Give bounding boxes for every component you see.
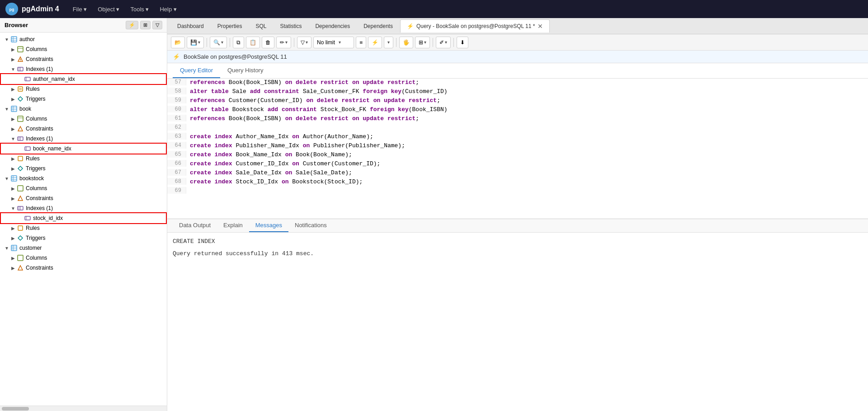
nav-file[interactable]: File ▾ — [68, 4, 92, 14]
tree-label: author — [19, 36, 35, 42]
constraints-icon — [16, 125, 24, 133]
find-btn[interactable]: 🔍 ▾ — [210, 37, 227, 48]
sidebar-grid-btn[interactable]: ⊞ — [140, 21, 151, 29]
code-line-66: 66 create index Customer_ID_Idx on Custo… — [167, 160, 868, 169]
filter-btn[interactable]: ▽ ▾ — [297, 37, 311, 48]
tree-arrow: ▶ — [10, 117, 16, 121]
tree-item-book[interactable]: ▼ book — [0, 104, 167, 114]
tree-item-author-triggers[interactable]: ▶ Triggers — [0, 94, 167, 104]
svg-rect-43 — [18, 226, 23, 230]
tab-sql[interactable]: SQL — [249, 20, 273, 32]
main-layout: Browser ⚡ ⊞ ▽ ▼ author ▶ — [0, 18, 868, 411]
folder-icon: 📂 — [175, 39, 181, 46]
tree-item-bookstock-columns[interactable]: ▶ Columns — [0, 183, 167, 193]
run-btn[interactable]: ⚡ — [368, 37, 382, 48]
tab-query-editor[interactable]: ⚡ Query - BookSale on postgres@PostgreSQ… — [400, 19, 550, 33]
query-history-tab[interactable]: Query History — [220, 63, 270, 78]
tree-item-book-constraints[interactable]: ▶ Constraints — [0, 124, 167, 134]
copy-icon: ⧉ — [236, 39, 241, 46]
query-tab-lightning-icon: ⚡ — [407, 23, 414, 29]
open-file-btn[interactable]: 📂 — [171, 37, 185, 48]
tree-item-bookstock-indexes[interactable]: ▼ Indexes (1) — [0, 203, 167, 213]
tree-item-bookstock-constraints[interactable]: ▶ Constraints — [0, 193, 167, 203]
svg-text:pg: pg — [9, 7, 14, 12]
edit-btn[interactable]: ✏ ▾ — [276, 37, 291, 48]
tree-item-book-name-idx[interactable]: book_name_idx — [1, 144, 166, 154]
nav-object[interactable]: Object ▾ — [93, 4, 124, 14]
paste-btn[interactable]: 📋 — [246, 37, 260, 48]
tab-notifications[interactable]: Notifications — [288, 219, 333, 232]
line-num-60: 60 — [167, 106, 186, 112]
tree-label: customer — [19, 245, 42, 251]
tree-item-book-indexes[interactable]: ▼ Indexes (1) — [0, 134, 167, 144]
sidebar-tree: ▼ author ▶ Columns ▶ — [0, 33, 167, 406]
table-view-btn[interactable]: ⊞ ▾ — [415, 37, 430, 48]
tree-label: Constraints — [26, 195, 53, 201]
constraints-icon — [16, 264, 24, 272]
tree-label: Constraints — [26, 126, 53, 132]
tree-arrow: ▶ — [10, 87, 16, 92]
tree-arrow: ▶ — [10, 126, 16, 131]
tab-dependencies[interactable]: Dependencies — [309, 20, 356, 32]
macro-btn[interactable]: ✐ ▾ — [436, 37, 451, 48]
sidebar-hscroll[interactable] — [0, 406, 167, 411]
nav-help[interactable]: Help ▾ — [155, 4, 181, 14]
tab-close-btn[interactable]: ✕ — [538, 23, 543, 30]
code-line-60: 60 alter table Bookstock add constraint … — [167, 106, 868, 115]
tree-item-book-triggers[interactable]: ▶ Triggers — [0, 163, 167, 173]
sidebar-filter-btn[interactable]: ▽ — [152, 21, 162, 29]
svg-rect-44 — [11, 245, 17, 251]
tree-item-customer-constraints[interactable]: ▶ Constraints — [0, 263, 167, 273]
triggers-icon — [16, 234, 24, 242]
tree-item-customer[interactable]: ▼ customer — [0, 243, 167, 253]
tab-properties[interactable]: Properties — [211, 20, 249, 32]
tree-item-author[interactable]: ▼ author — [0, 34, 167, 44]
tree-item-book-columns[interactable]: ▶ Columns — [0, 114, 167, 124]
tree-item-stock-id-idx[interactable]: stock_id_idx — [1, 213, 166, 223]
stop-btn[interactable]: ■ — [356, 37, 366, 48]
sidebar-refresh-btn[interactable]: ⚡ — [126, 21, 138, 29]
tab-explain[interactable]: Explain — [217, 219, 249, 232]
tree-item-customer-columns[interactable]: ▶ Columns — [0, 253, 167, 263]
line-content-67: create index Sale_Date_Idx on Sale(Sale_… — [186, 169, 868, 177]
copy-btn[interactable]: ⧉ — [233, 37, 244, 48]
rules-icon — [16, 154, 24, 163]
tree-item-author-indexes[interactable]: ▼ Indexes (1) — [0, 64, 167, 74]
hand-btn[interactable]: 🖐 — [399, 37, 413, 48]
tree-item-author-name-idx[interactable]: author_name_idx — [1, 74, 166, 84]
line-content-62 — [186, 124, 868, 131]
tree-item-author-columns[interactable]: ▶ Columns — [0, 44, 167, 54]
tab-dependents[interactable]: Dependents — [357, 20, 399, 32]
tree-item-author-rules[interactable]: ▶ Rules — [0, 84, 167, 94]
code-line-64: 64 create index Publisher_Name_Idx on Pu… — [167, 142, 868, 151]
tab-dashboard[interactable]: Dashboard — [171, 20, 210, 32]
delete-btn[interactable]: 🗑 — [262, 37, 274, 48]
sep4 — [396, 38, 396, 47]
tree-item-bookstock[interactable]: ▼ bookstock — [0, 173, 167, 183]
tree-item-book-rules[interactable]: ▶ Rules — [0, 154, 167, 163]
index-icon — [24, 145, 32, 153]
tree-item-bookstock-triggers[interactable]: ▶ Triggers — [0, 233, 167, 243]
tab-messages[interactable]: Messages — [249, 219, 288, 232]
tree-label: bookstock — [19, 175, 44, 182]
line-num-65: 65 — [167, 151, 186, 158]
tree-item-bookstock-rules[interactable]: ▶ Rules — [0, 223, 167, 233]
line-content-65: create index Book_Name_Idx on Book(Book_… — [186, 151, 868, 159]
svg-rect-36 — [18, 186, 23, 191]
nav-tools[interactable]: Tools ▾ — [126, 4, 153, 14]
tree-arrow: ▶ — [10, 226, 16, 231]
db-label-lightning-icon: ⚡ — [173, 53, 180, 60]
tree-item-author-constraints[interactable]: ▶ Constraints — [0, 54, 167, 64]
line-content-64: create index Publisher_Name_Idx on Publi… — [186, 142, 868, 149]
tree-arrow: ▶ — [10, 166, 16, 171]
run-dropdown-btn[interactable]: ▾ — [384, 37, 393, 48]
code-editor[interactable]: 57 references Book(Book_ISBN) on delete … — [167, 79, 868, 219]
no-limit-select[interactable]: No limit ▾ — [313, 37, 354, 48]
download-btn[interactable]: ⬇ — [457, 37, 468, 48]
tab-data-output[interactable]: Data Output — [173, 219, 217, 232]
query-editor-tab[interactable]: Query Editor — [173, 63, 220, 78]
logo: pg — [5, 3, 18, 15]
save-btn[interactable]: 💾 ▾ — [187, 37, 204, 48]
tab-statistics[interactable]: Statistics — [274, 20, 308, 32]
rules-icon — [16, 224, 24, 232]
